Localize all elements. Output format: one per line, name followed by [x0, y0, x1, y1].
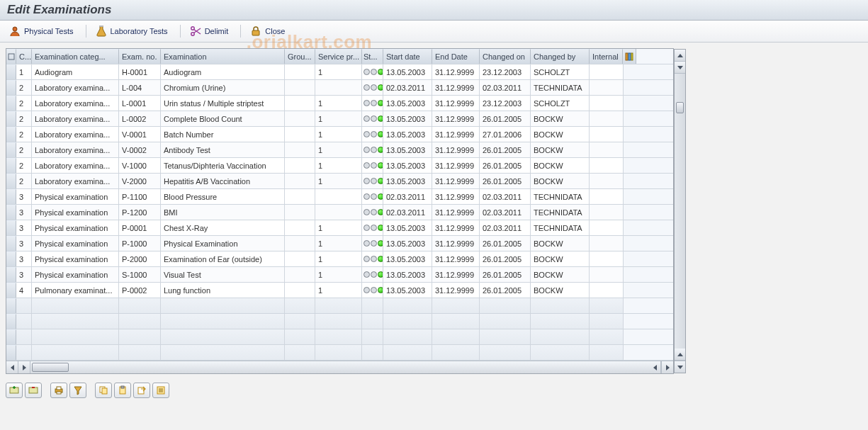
cell-ed[interactable]: 31.12.9999: [432, 283, 480, 298]
column-config-button[interactable]: [623, 49, 636, 64]
col-header-status[interactable]: St...: [362, 49, 383, 64]
cell-sd[interactable]: 13.05.2003: [383, 127, 432, 142]
col-header-start-date[interactable]: Start date: [383, 49, 432, 64]
scroll-right-end-button[interactable]: [661, 361, 673, 373]
table-row-empty[interactable]: [6, 298, 673, 314]
cell-co[interactable]: 26.01.2005: [480, 158, 531, 173]
vscroll-track[interactable]: [675, 74, 685, 349]
cell-grp[interactable]: [285, 142, 315, 157]
cell-empty[interactable]: [285, 329, 315, 344]
cell-empty[interactable]: [383, 329, 432, 344]
cell-srv[interactable]: [315, 80, 362, 95]
cell-c[interactable]: 3: [16, 189, 32, 204]
table-row[interactable]: 2Laboratory examina...V-2000Hepatitis A/…: [6, 174, 673, 189]
cell-grp[interactable]: [285, 174, 315, 188]
col-header-changed-by[interactable]: Changed by: [531, 49, 590, 64]
cell-cat[interactable]: Physical examination: [32, 251, 119, 266]
cell-empty[interactable]: [531, 329, 590, 344]
cell-empty[interactable]: [315, 314, 362, 329]
cell-srv[interactable]: [315, 189, 362, 204]
cell-cb[interactable]: BOCKW: [531, 127, 590, 142]
cell-srv[interactable]: 1: [315, 251, 362, 266]
cell-cb[interactable]: SCHOLZT: [531, 64, 590, 79]
cell-empty[interactable]: [480, 329, 531, 344]
cell-ed[interactable]: 31.12.9999: [432, 236, 480, 251]
cell-exno[interactable]: L-0001: [119, 96, 161, 111]
cell-co[interactable]: 02.03.2011: [480, 189, 531, 204]
row-selector[interactable]: [6, 111, 16, 126]
cell-cb[interactable]: TECHNIDATA: [531, 80, 590, 95]
cell-grp[interactable]: [285, 111, 315, 126]
cell-status[interactable]: [362, 236, 383, 251]
cell-ed[interactable]: 31.12.9999: [432, 111, 480, 126]
cell-c[interactable]: 2: [16, 127, 32, 142]
table-row[interactable]: 3Physical examinationP-0001Chest X-Ray11…: [6, 220, 673, 236]
cell-empty[interactable]: [119, 314, 161, 329]
cell-c[interactable]: 3: [16, 267, 32, 282]
cell-c[interactable]: 2: [16, 174, 32, 188]
cell-empty[interactable]: [531, 345, 590, 360]
hscroll-track[interactable]: [30, 361, 115, 373]
cell-c[interactable]: 3: [16, 236, 32, 251]
cell-empty[interactable]: [16, 298, 32, 313]
cell-exno[interactable]: V-0002: [119, 142, 161, 157]
cell-ed[interactable]: 31.12.9999: [432, 174, 480, 188]
cell-empty[interactable]: [362, 298, 383, 313]
cell-exno[interactable]: V-2000: [119, 174, 161, 188]
cell-int[interactable]: [590, 189, 624, 204]
row-selector[interactable]: [6, 329, 16, 344]
cell-int[interactable]: [590, 111, 624, 126]
cell-exam[interactable]: Batch Number: [161, 127, 285, 142]
cell-sd[interactable]: 13.05.2003: [383, 158, 432, 173]
table-row[interactable]: 3Physical examinationS-1000Visual Test11…: [6, 267, 673, 283]
cell-exam[interactable]: Tetanus/Diphteria Vaccination: [161, 158, 285, 173]
cell-srv[interactable]: 1: [315, 64, 362, 79]
cell-sd[interactable]: 02.03.2011: [383, 205, 432, 220]
cell-srv[interactable]: 1: [315, 127, 362, 142]
cell-c[interactable]: 2: [16, 142, 32, 157]
cell-ed[interactable]: 31.12.9999: [432, 127, 480, 142]
cell-exno[interactable]: P-0002: [119, 283, 161, 298]
cell-grp[interactable]: [285, 236, 315, 251]
cell-int[interactable]: [590, 267, 624, 282]
table-row-empty[interactable]: [6, 345, 673, 361]
cell-sd[interactable]: 13.05.2003: [383, 236, 432, 251]
table-row[interactable]: 2Laboratory examina...V-0002Antibody Tes…: [6, 142, 673, 158]
hscroll-thumb[interactable]: [32, 363, 69, 372]
cell-empty[interactable]: [161, 314, 285, 329]
cell-status[interactable]: [362, 220, 383, 235]
physical-tests-button[interactable]: Physical Tests: [6, 23, 80, 39]
cell-ed[interactable]: 31.12.9999: [432, 96, 480, 111]
cell-status[interactable]: [362, 64, 383, 79]
table-row[interactable]: 4Pulmonary examinat...P-0002Lung functio…: [6, 283, 673, 298]
cell-exam[interactable]: Chest X-Ray: [161, 220, 285, 235]
cell-cat[interactable]: Physical examination: [32, 267, 119, 282]
cell-srv[interactable]: 1: [315, 283, 362, 298]
scroll-left-button[interactable]: [6, 361, 18, 373]
cell-srv[interactable]: 1: [315, 236, 362, 251]
cell-empty[interactable]: [161, 329, 285, 344]
cell-exno[interactable]: P-1100: [119, 189, 161, 204]
cell-sd[interactable]: 13.05.2003: [383, 142, 432, 157]
cell-co[interactable]: 02.03.2011: [480, 220, 531, 235]
cell-srv[interactable]: 1: [315, 174, 362, 188]
cell-exam[interactable]: Examination of Ear (outside): [161, 251, 285, 266]
cell-c[interactable]: 3: [16, 220, 32, 235]
scroll-up-button[interactable]: [675, 50, 685, 62]
col-header-category[interactable]: Examination categ...: [32, 49, 119, 64]
row-selector[interactable]: [6, 205, 16, 220]
cell-exno[interactable]: P-2000: [119, 251, 161, 266]
cell-ed[interactable]: 31.12.9999: [432, 220, 480, 235]
cell-empty[interactable]: [432, 329, 480, 344]
delimit-button[interactable]: Delimit: [186, 23, 235, 39]
cell-empty[interactable]: [285, 314, 315, 329]
row-selector[interactable]: [6, 283, 16, 298]
table-row[interactable]: 2Laboratory examina...L-0002Complete Blo…: [6, 111, 673, 127]
cell-empty[interactable]: [119, 345, 161, 360]
cell-cb[interactable]: SCHOLZT: [531, 96, 590, 111]
cell-int[interactable]: [590, 64, 624, 79]
cell-srv[interactable]: [315, 205, 362, 220]
cell-int[interactable]: [590, 283, 624, 298]
cell-status[interactable]: [362, 111, 383, 126]
cell-cat[interactable]: Laboratory examina...: [32, 111, 119, 126]
